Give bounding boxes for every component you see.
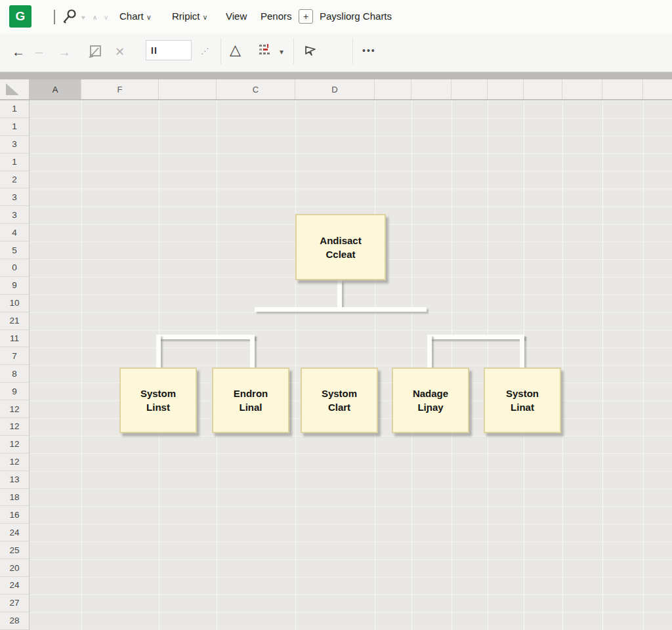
connector-left-bracket-right-leg bbox=[250, 335, 255, 369]
row-header[interactable]: 20 bbox=[0, 559, 29, 577]
cursor-pointer-icon[interactable] bbox=[303, 43, 318, 58]
row-header[interactable]: 1 bbox=[0, 154, 29, 171]
back-button[interactable]: ← bbox=[12, 45, 25, 58]
org-box-child-2[interactable]: Endron Linal bbox=[212, 368, 289, 433]
close-icon[interactable]: ✕ bbox=[115, 46, 125, 58]
active-tab-title[interactable]: Paysliorg Charts bbox=[320, 10, 392, 22]
row-header[interactable]: 4 bbox=[0, 224, 29, 242]
menu-chart-label: Chart bbox=[119, 10, 144, 22]
app-logo[interactable]: G bbox=[9, 5, 32, 28]
org-box-child-5[interactable]: Syston Linat bbox=[484, 368, 561, 433]
toolbar-divider bbox=[220, 38, 221, 64]
row-header[interactable]: 5 bbox=[0, 242, 29, 259]
select-all-corner[interactable] bbox=[0, 79, 30, 99]
row-header[interactable]: 2 bbox=[0, 171, 29, 189]
column-header[interactable] bbox=[524, 79, 562, 99]
chevron-down-icon: ∨ bbox=[203, 13, 208, 21]
org-box-child-4[interactable]: Nadage Liɲay bbox=[392, 368, 469, 433]
column-header[interactable] bbox=[411, 79, 452, 99]
connector-left-bracket-top bbox=[156, 335, 255, 339]
format-selection-icon[interactable] bbox=[88, 44, 102, 58]
more-options-button[interactable]: ••• bbox=[362, 46, 376, 55]
row-header[interactable]: 21 bbox=[0, 312, 29, 330]
row-header-column: 1 1 3 1 2 3 3 4 5 0 9 10 21 11 7 8 9 12 … bbox=[0, 100, 30, 630]
connector-horizontal-bar bbox=[255, 307, 427, 312]
row-header[interactable]: 3 bbox=[0, 206, 29, 224]
connector-right-bracket-top bbox=[427, 335, 524, 339]
select-all-triangle-icon bbox=[6, 83, 19, 95]
connector-right-bracket-left-leg bbox=[427, 335, 432, 369]
row-header[interactable]: 10 bbox=[0, 295, 29, 312]
name-box-input[interactable]: II bbox=[146, 40, 192, 60]
column-header-c[interactable]: C bbox=[217, 79, 295, 99]
connector-root-stem bbox=[337, 280, 342, 308]
org-box-label-line1: Syston bbox=[506, 387, 539, 400]
org-box-label-line2: Clart bbox=[328, 400, 350, 414]
menu-view[interactable]: View bbox=[226, 10, 247, 22]
org-box-label-line2: Liɲay bbox=[417, 400, 443, 414]
toolbar-divider bbox=[293, 38, 294, 64]
dash-icon[interactable]: – bbox=[35, 45, 43, 58]
menu-penors-label: Penors bbox=[261, 10, 292, 22]
sheet-canvas[interactable] bbox=[0, 100, 672, 630]
row-header[interactable]: 12 bbox=[0, 418, 29, 436]
column-header[interactable] bbox=[602, 79, 643, 99]
org-box-child-1[interactable]: Systom Linst bbox=[119, 368, 197, 433]
row-header[interactable]: 7 bbox=[0, 347, 29, 365]
gridline bbox=[643, 100, 644, 630]
column-header[interactable] bbox=[562, 79, 602, 99]
org-box-label-line1: Andisact bbox=[320, 234, 361, 247]
menu-chart[interactable]: Chart∨ bbox=[119, 10, 152, 22]
column-header[interactable] bbox=[159, 79, 217, 99]
gridline bbox=[562, 100, 563, 630]
caret-down-icon[interactable]: ▾ bbox=[280, 48, 284, 56]
row-header[interactable]: 11 bbox=[0, 330, 29, 348]
menu-rripict[interactable]: Rripict∨ bbox=[172, 10, 208, 22]
gridline bbox=[217, 100, 217, 630]
menu-penors[interactable]: Penors bbox=[261, 10, 292, 22]
org-box-root[interactable]: Andisact Ccleat bbox=[295, 214, 386, 280]
row-header[interactable]: 0 bbox=[0, 259, 29, 277]
menu-view-label: View bbox=[226, 10, 247, 22]
row-header[interactable]: 12 bbox=[0, 453, 29, 471]
triangle-shape-icon[interactable]: △ bbox=[230, 43, 241, 57]
org-box-label-line2: Linst bbox=[146, 400, 170, 414]
row-header[interactable]: 12 bbox=[0, 436, 29, 453]
chevron-down-icon[interactable]: ∨ bbox=[104, 14, 108, 21]
row-header[interactable]: 24 bbox=[0, 524, 29, 541]
row-header[interactable]: 13 bbox=[0, 471, 29, 489]
row-header[interactable]: 3 bbox=[0, 136, 29, 154]
row-header[interactable]: 16 bbox=[0, 506, 29, 524]
chevron-up-icon[interactable]: ∧ bbox=[93, 14, 97, 21]
gridline bbox=[602, 100, 603, 630]
row-header[interactable]: 27 bbox=[0, 595, 29, 612]
column-header[interactable] bbox=[452, 79, 488, 99]
table-style-icon[interactable] bbox=[259, 43, 272, 56]
search-icon[interactable] bbox=[61, 9, 78, 26]
small-dots-icon[interactable]: ⋰ bbox=[201, 47, 209, 55]
row-header[interactable]: 1 bbox=[0, 118, 29, 136]
org-box-label-line1: Systom bbox=[140, 387, 176, 400]
column-header[interactable] bbox=[643, 79, 672, 99]
row-header[interactable]: 18 bbox=[0, 489, 29, 507]
column-header-d[interactable]: D bbox=[295, 79, 375, 99]
column-header[interactable] bbox=[488, 79, 524, 99]
row-header[interactable]: 8 bbox=[0, 365, 29, 383]
org-box-child-3[interactable]: Systom Clart bbox=[301, 368, 378, 433]
row-header[interactable]: 1 bbox=[0, 100, 29, 118]
add-tab-button[interactable]: + bbox=[299, 9, 313, 24]
column-header-a[interactable]: A bbox=[30, 79, 81, 99]
row-header[interactable]: 25 bbox=[0, 541, 29, 559]
row-header[interactable]: 3 bbox=[0, 188, 29, 206]
row-header[interactable]: 28 bbox=[0, 612, 29, 630]
row-header[interactable]: 9 bbox=[0, 277, 29, 295]
column-header-f[interactable]: F bbox=[81, 79, 159, 99]
gridline bbox=[375, 100, 375, 630]
row-header[interactable]: 12 bbox=[0, 400, 29, 418]
row-header[interactable]: 24 bbox=[0, 577, 29, 595]
row-header[interactable]: 9 bbox=[0, 383, 29, 400]
forward-button[interactable]: → bbox=[58, 45, 71, 58]
column-header[interactable] bbox=[375, 79, 411, 99]
chevron-down-icon: ∨ bbox=[146, 13, 152, 21]
heart-icon[interactable]: ♥ bbox=[81, 14, 85, 21]
